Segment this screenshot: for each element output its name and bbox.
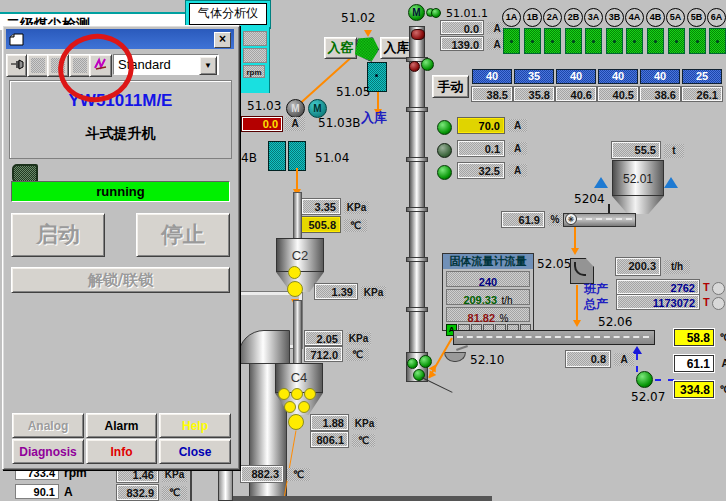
silo-gate-3b[interactable] [606, 28, 623, 54]
conveyor-dash-line [457, 336, 649, 338]
alarm-button[interactable]: Alarm [86, 413, 157, 438]
pv-1: 38.5 [472, 87, 512, 101]
sp-2[interactable]: 35 [514, 69, 554, 84]
flow-meter-pct: 81.82 [468, 312, 496, 324]
pin-button[interactable] [6, 54, 27, 77]
silo-1a[interactable]: 1A [502, 8, 521, 27]
silo-gate-5b[interactable] [689, 28, 706, 54]
analog-button[interactable]: Analog [12, 413, 84, 438]
unit-a-m2: A [508, 142, 527, 155]
total-reset-button[interactable] [712, 297, 725, 310]
unit-bottom-kpa: KPa [162, 468, 187, 482]
motor-ind-2[interactable] [437, 143, 452, 158]
close-window-button[interactable]: Close [159, 439, 231, 464]
sp-4[interactable]: 40 [598, 69, 638, 84]
c4-ind-1 [278, 388, 290, 400]
splitter-52-10-icon[interactable] [444, 352, 466, 362]
silo-gate-4b[interactable] [647, 28, 664, 54]
silo-2a[interactable]: 2A [543, 8, 562, 27]
c2-indicator-2 [287, 281, 303, 297]
silo-gate-2a[interactable] [544, 28, 561, 54]
label-51-01-1: 51.01.1 [446, 7, 488, 20]
silo-5a[interactable]: 5A [666, 8, 685, 27]
stop-button[interactable]: 停止 [136, 213, 230, 257]
ind-52-07[interactable] [636, 371, 653, 388]
manual-button[interactable]: 手动 [432, 75, 469, 98]
silo-gate-5a[interactable] [668, 28, 685, 54]
silo-gate-1b[interactable] [524, 28, 541, 54]
value-motor-current-1: 70.0 [458, 118, 504, 133]
sp-5[interactable]: 40 [640, 69, 680, 84]
cyclone-c4-label: C4 [275, 370, 323, 385]
flow-meter-title: 固体流量计流量 [443, 254, 533, 269]
splitter-handle [456, 345, 468, 351]
screw-valve-icon[interactable]: ✳ [565, 213, 577, 225]
info-button[interactable]: Info [86, 439, 157, 464]
pv-4: 40.5 [598, 87, 638, 101]
combo-dropdown-button[interactable]: ▼ [199, 56, 217, 75]
interlock-button[interactable]: 解锁/联锁 [11, 267, 230, 293]
silo-5b[interactable]: 5B [687, 8, 706, 27]
level-probe-left [594, 177, 608, 188]
elevator-motor-icon[interactable]: M [408, 4, 425, 21]
manual-label: 手动 [438, 78, 464, 96]
toolbar-button-3[interactable] [69, 54, 91, 77]
silo-gate-2b[interactable] [565, 28, 582, 54]
unit-amps: A [64, 485, 73, 499]
elev-ind-51011 [431, 8, 441, 18]
sp-1[interactable]: 40 [472, 69, 512, 84]
motor-51-03-icon[interactable]: M [286, 99, 305, 118]
value-motor-current-3: 32.5 [458, 163, 504, 178]
diagnosis-button[interactable]: Diagnosis [12, 439, 84, 464]
toolbar-button-2[interactable] [47, 54, 69, 77]
gate-51-04b-icon[interactable] [288, 141, 306, 171]
total-production-label: 总产 [584, 296, 608, 313]
silo-gate-1a[interactable] [503, 28, 520, 54]
silo-gate-3a[interactable] [585, 28, 602, 54]
toolbar-button-1[interactable] [27, 54, 49, 77]
gate-51-04a-icon[interactable] [268, 141, 286, 171]
sp-3[interactable]: 40 [556, 69, 596, 84]
label-52-05: 52.05 [537, 258, 571, 271]
unit-pct: % [548, 213, 562, 226]
silo-3b[interactable]: 3B [605, 8, 624, 27]
c4-feed-pipe [293, 300, 302, 366]
flow-arrow-5205 [573, 320, 581, 327]
help-button[interactable]: Help [159, 413, 231, 438]
silo-4b[interactable]: 4B [646, 8, 665, 27]
view-combo[interactable]: Standard ▼ [113, 54, 219, 75]
titlebar[interactable]: × [6, 29, 234, 49]
acknowledge-pen-button[interactable] [89, 54, 112, 77]
sp-6[interactable]: 25 [682, 69, 722, 84]
silo-2b[interactable]: 2B [564, 8, 583, 27]
motor-ind-1[interactable] [437, 120, 452, 135]
unit-a-5103: A [285, 117, 305, 131]
unit-right-2: A [718, 357, 726, 371]
motor-ind-3[interactable] [437, 165, 452, 180]
value-right-temp2: 334.8 [674, 381, 714, 398]
silo-1b[interactable]: 1B [523, 8, 542, 27]
label-51-04: 51.04 [315, 152, 349, 165]
flow-line-5205 [576, 285, 578, 322]
gas-analyzer-label: 气体分析仪 [189, 3, 267, 25]
shift-reset-button[interactable] [712, 282, 725, 295]
value-right-current: 61.1 [674, 355, 714, 372]
label-4b: 4B [241, 152, 257, 165]
start-button[interactable]: 启动 [11, 213, 105, 257]
total-production-unit: T [703, 296, 710, 308]
flow-meter-pct-unit: % [500, 313, 509, 324]
silo-6a[interactable]: 6A [707, 8, 726, 27]
c4-ind-3 [304, 388, 316, 400]
unit-tph: t/h [664, 260, 690, 274]
c2-feed-pipe [293, 192, 302, 240]
silo-3a[interactable]: 3A [584, 8, 603, 27]
pv-3: 40.6 [556, 87, 596, 101]
flow-arrow-5204 [571, 248, 579, 255]
boot-ind-3 [413, 369, 425, 381]
silo-gate-4a[interactable] [626, 28, 643, 54]
pv-6: 26.1 [682, 87, 722, 101]
close-button[interactable]: × [214, 32, 231, 48]
silo-gate-6a[interactable] [709, 28, 726, 54]
silo-4a[interactable]: 4A [625, 8, 644, 27]
value-flow-rate: 200.3 [616, 258, 660, 275]
